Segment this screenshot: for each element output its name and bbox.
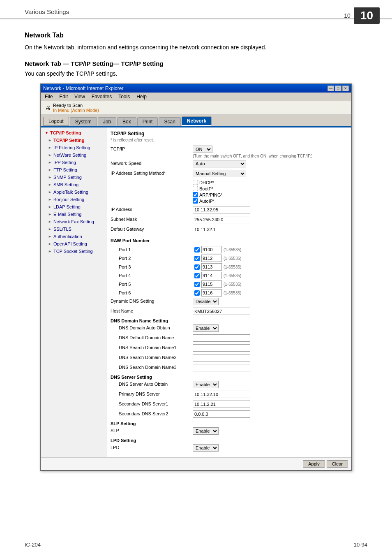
sidebar-item-snmp[interactable]: ►SNMP Setting [41,174,106,181]
menu-edit[interactable]: Edit [57,93,70,100]
sidebar-item-ipp[interactable]: ►IPP Setting [41,159,106,166]
section1-title: Network Tab [25,32,367,39]
checkbox-autoip[interactable] [193,198,198,204]
label-secondary-dns1: Secondary DNS Server1 [111,401,193,406]
value-dns-search1 [193,344,347,352]
checkbox-port4[interactable] [194,273,200,278]
input-port5[interactable] [201,280,222,288]
menu-file[interactable]: File [42,93,55,100]
tab-job[interactable]: Job [98,117,116,126]
select-tcpip[interactable]: ONOFF [193,146,212,153]
menu-view[interactable]: View [72,93,88,100]
row-lpd: LPD EnableDisable [111,444,347,452]
sidebar-item-ldap[interactable]: ►LDAP Setting [41,203,106,211]
row-network-speed: Network Speed Auto [111,160,347,168]
tab-scan[interactable]: Scan [159,117,180,126]
sidebar-item-tcpip-setting[interactable]: ►TCP/IP Setting [41,137,106,144]
sidebar-item-openapi[interactable]: ►OpenAPI Setting [41,240,106,248]
row-dns-default-domain: DNS Default Domain Name [111,334,347,343]
sidebar-item-networkfax[interactable]: ►Network Fax Setting [41,218,106,225]
port3-value: (1-65535) [194,263,241,271]
sidebar-item-email[interactable]: ►E-Mail Setting [41,211,106,218]
row-tcpip: TCP/IP ONOFF (Turn the main switch OFF, … [111,146,347,158]
sidebar-item-ip-filtering[interactable]: ►IP Filtering Setting [41,144,106,151]
tcpip-note: (Turn the main switch OFF, and then ON, … [193,154,347,158]
sidebar-item-ssltls[interactable]: ►SSL/TLS [41,225,106,233]
select-ip-method[interactable]: Manual SettingAuto [193,170,246,177]
input-subnet[interactable] [193,216,250,223]
checkbox-port6[interactable] [194,290,200,296]
input-gateway[interactable] [193,226,250,233]
clear-button[interactable]: Clear [327,460,348,468]
input-port3[interactable] [201,263,222,271]
sidebar-item-appletalk[interactable]: ►AppleTalk Setting [41,188,106,196]
select-dynamic-dns[interactable]: DisableEnable [193,298,219,305]
input-hostname[interactable] [193,308,250,315]
sidebar-item-tcpip-main[interactable]: ▼TCP/IP Setting [41,129,106,137]
label-network-speed: Network Speed [111,160,193,166]
sidebar-item-tcpsocket[interactable]: ►TCP Socket Setting [41,248,106,255]
input-dns-search2[interactable] [193,354,250,361]
checkbox-dhcp[interactable] [193,180,198,185]
sidebar-item-netware[interactable]: ►NetWare Setting [41,151,106,159]
input-ip-address[interactable] [193,206,250,213]
input-dns-search1[interactable] [193,344,250,352]
checkbox-port3[interactable] [194,264,200,270]
value-dns-server-auto: EnableDisable [193,381,347,388]
input-secondary-dns1[interactable] [193,401,250,408]
sidebar-item-auth[interactable]: ►Authentication [41,233,106,240]
menu-favorites[interactable]: Favorites [89,93,114,100]
sidebar-item-bonjour[interactable]: ►Bonjour Setting [41,196,106,203]
checkbox-bootp[interactable] [193,186,198,191]
page-header: Various Settings [0,0,392,19]
input-primary-dns[interactable] [193,391,250,398]
label-secondary-dns2: Secondary DNS Server2 [111,410,193,416]
input-port6[interactable] [201,289,222,297]
tab-logout[interactable]: Logout [43,117,69,126]
status-bar: 🖨 Ready to Scan In Menu (Admin Mode) [41,101,351,115]
checkbox-row-arpping: ARP/PING* [193,192,347,197]
input-dns-default-domain[interactable] [193,334,250,342]
label-arpping: ARP/PING* [199,192,223,197]
label-port2: Port 2 [111,256,193,261]
input-port4[interactable] [201,272,222,279]
checkbox-port1[interactable] [194,247,200,253]
tab-system[interactable]: System [70,117,97,126]
label-ip-method: IP Address Setting Method* [111,170,193,176]
arrow-icon: ► [48,190,52,194]
browser-main: ▼TCP/IP Setting ►TCP/IP Setting ►IP Filt… [41,127,351,457]
range-port2: (1-65535) [224,256,241,261]
input-port1[interactable] [201,246,222,253]
tab-network[interactable]: Network [182,116,212,126]
select-slp[interactable]: EnableDisable [193,427,219,435]
select-dns-auto-obtain[interactable]: EnableDisable [193,324,219,332]
apply-button[interactable]: Apply [303,460,325,468]
input-port2[interactable] [201,255,222,262]
menu-tools[interactable]: Tools [116,93,132,100]
value-subnet [193,216,347,223]
tab-print[interactable]: Print [137,117,158,126]
input-dns-search3[interactable] [193,364,250,371]
value-secondary-dns2 [193,410,347,418]
page-label: 10 [344,12,350,19]
checkbox-port5[interactable] [194,282,200,287]
checkbox-arpping[interactable] [193,192,198,197]
menu-help[interactable]: Help [134,93,149,100]
checkbox-port2[interactable] [194,256,200,261]
minimize-button[interactable]: — [327,86,334,91]
select-lpd[interactable]: EnableDisable [193,444,219,452]
sidebar-item-ftp[interactable]: ►FTP Setting [41,166,106,174]
section1-desc: On the Network tab, information and sett… [25,43,367,52]
select-network-speed[interactable]: Auto [193,160,246,167]
input-secondary-dns2[interactable] [193,410,250,418]
title-bar-buttons: — □ ✕ [327,86,349,91]
sidebar: ▼TCP/IP Setting ►TCP/IP Setting ►IP Filt… [41,127,106,457]
select-dns-server-auto[interactable]: EnableDisable [193,381,219,388]
close-button[interactable]: ✕ [342,86,349,91]
range-port5: (1-65535) [224,282,241,287]
row-dynamic-dns: Dynamic DNS Setting DisableEnable [111,298,347,306]
tab-box[interactable]: Box [117,117,136,126]
checkbox-row-bootp: BootP* [193,186,347,191]
restore-button[interactable]: □ [335,86,341,91]
sidebar-item-smb[interactable]: ►SMB Setting [41,181,106,188]
